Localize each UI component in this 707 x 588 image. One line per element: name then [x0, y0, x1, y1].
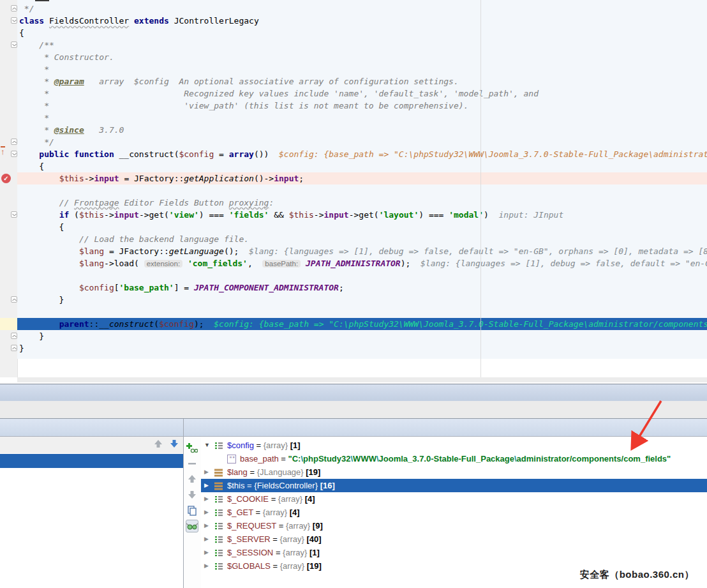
variable-count: [19]	[307, 561, 322, 571]
code-line: * 'view_path' (this list is not meant to…	[17, 100, 707, 112]
variables-tree: ▼$config = {array} [1]""base_path = "C:\…	[201, 439, 707, 588]
code-line: {	[17, 160, 707, 172]
variable-name: $lang	[227, 467, 248, 477]
code-line: $lang->load( extension: 'com_fields', ba…	[17, 257, 707, 269]
variable-row-_request[interactable]: ▶$_REQUEST = {array} [9]	[201, 519, 707, 532]
remove-watch-icon[interactable]	[186, 457, 198, 470]
fold-marker-up-icon[interactable]	[11, 333, 17, 339]
code-line	[17, 269, 707, 282]
code-line: $config['base_path'] = JPATH_COMPONENT_A…	[17, 282, 707, 294]
code-line: $lang = JFactory::getLanguage(); $lang: …	[17, 245, 707, 257]
variable-count: [4]	[305, 494, 315, 504]
code-line	[17, 306, 707, 318]
fold-marker-down-icon[interactable]	[11, 151, 17, 157]
variable-name: $_SERVER	[227, 534, 271, 544]
tree-collapsed-icon[interactable]: ▶	[204, 532, 209, 546]
debug-toolbar-band	[0, 384, 707, 401]
variable-count: [4]	[290, 508, 300, 517]
tree-collapsed-icon[interactable]: ▶	[204, 492, 209, 506]
next-frame-icon[interactable]	[169, 439, 179, 451]
code-line: */	[17, 3, 707, 15]
selected-frame-row[interactable]	[0, 454, 183, 468]
watermark-text: 安全客（bobao.360.cn）	[580, 569, 694, 581]
tree-collapsed-icon[interactable]: ▶	[204, 479, 209, 492]
variable-name: $GLOBALS	[227, 561, 271, 571]
frames-toolbar	[0, 437, 183, 453]
code-line: {	[17, 221, 707, 233]
code-line: */	[17, 136, 707, 148]
move-down-icon[interactable]	[186, 488, 198, 501]
variable-type: {array}	[286, 521, 313, 531]
code-line: /**	[17, 39, 707, 51]
execution-point-arrow-icon[interactable]: ↑	[1, 146, 5, 156]
add-watch-icon[interactable]	[186, 442, 198, 455]
variable-name: $_SESSION	[227, 548, 273, 557]
code-line: * Constructor.	[17, 51, 707, 63]
move-up-icon[interactable]	[186, 472, 198, 485]
breakpoint-icon[interactable]: ✓	[1, 174, 11, 183]
variable-row-_session[interactable]: ▶$_SESSION = {array} [1]	[201, 546, 707, 559]
tree-collapsed-icon[interactable]: ▶	[204, 465, 209, 479]
code-line: parent::__construct($config); $config: {…	[17, 318, 707, 330]
right-margin-guide	[480, 0, 481, 377]
code-editor: ✓↑ */class FieldsController extends JCon…	[0, 0, 707, 384]
clipped-text-remnant	[35, 0, 49, 1]
variable-row-lang[interactable]: ▶$lang = {JLanguage} [19]	[201, 465, 707, 479]
fold-marker-up-icon[interactable]	[11, 345, 17, 351]
fold-marker-up-icon[interactable]	[11, 5, 17, 11]
previous-frame-icon[interactable]	[153, 439, 163, 451]
code-area[interactable]: */class FieldsController extends JContro…	[17, 0, 707, 359]
array-type-icon	[214, 561, 223, 575]
svg-text:"": ""	[229, 456, 235, 462]
fold-marker-up-icon[interactable]	[11, 296, 17, 303]
code-line: *	[17, 112, 707, 124]
code-line: {	[17, 27, 707, 39]
tree-expanded-icon[interactable]: ▼	[204, 439, 210, 452]
code-line: // Load the backend language file.	[17, 233, 707, 245]
tree-collapsed-icon[interactable]: ▶	[204, 519, 209, 532]
variable-type: {array}	[280, 561, 307, 571]
variable-count: [9]	[313, 521, 323, 531]
code-line: * Recognized key values include 'name', …	[17, 87, 707, 100]
code-line: class FieldsController extends JControll…	[17, 15, 707, 27]
debug-tabs-band	[0, 401, 707, 419]
code-line: }	[17, 294, 707, 306]
variable-row-_cookie[interactable]: ▶$_COOKIE = {array} [4]	[201, 492, 707, 506]
variable-row-base_path[interactable]: ""base_path = "C:\phpStudy32\WWW\Joomla_…	[201, 452, 707, 465]
evaluate-expression-icon[interactable]	[186, 520, 198, 532]
variable-row-_get[interactable]: ▶$_GET = {array} [4]	[201, 506, 707, 519]
code-line: }	[17, 330, 707, 342]
fold-marker-down-icon[interactable]	[11, 211, 17, 218]
variable-name: $this	[227, 481, 244, 490]
code-line: $this->input = JFactory::getApplication(…	[17, 172, 707, 185]
tree-collapsed-icon[interactable]: ▶	[204, 506, 209, 519]
code-line: public function __construct($config = ar…	[17, 148, 707, 160]
fold-marker-down-icon[interactable]	[11, 17, 17, 24]
fold-marker-up-icon[interactable]	[11, 139, 17, 145]
code-line: *	[17, 63, 707, 75]
frames-panel	[0, 437, 183, 588]
code-line: }	[17, 342, 707, 354]
variable-name: base_path	[240, 454, 279, 464]
variable-value: "C:\phpStudy32\WWW\Joomla_3.7.0-Stable-F…	[288, 454, 671, 464]
variable-type: {array}	[280, 534, 307, 544]
variable-name: $_COOKIE	[227, 494, 269, 504]
horizontal-scrollbar[interactable]	[17, 377, 707, 382]
code-line	[17, 185, 707, 197]
editor-gutter[interactable]: ✓↑	[0, 0, 18, 377]
tree-collapsed-icon[interactable]: ▶	[204, 546, 209, 559]
variable-row-config[interactable]: ▼$config = {array} [1]	[201, 439, 707, 452]
code-line: * @since 3.7.0	[17, 124, 707, 136]
tree-collapsed-icon[interactable]: ▶	[204, 559, 209, 573]
variable-type: {array}	[278, 494, 305, 504]
variable-name: $_GET	[227, 508, 253, 517]
fold-marker-down-icon[interactable]	[11, 41, 17, 48]
variable-name: $_REQUEST	[227, 521, 276, 531]
variable-row-this[interactable]: ▶$this = {FieldsController} [16]	[201, 479, 707, 492]
variable-type: {JLanguage}	[257, 467, 306, 477]
variable-count: [40]	[306, 534, 321, 544]
variable-type: {array}	[283, 548, 309, 557]
variable-row-_server[interactable]: ▶$_SERVER = {array} [40]	[201, 532, 707, 546]
variable-type: {array}	[263, 508, 290, 517]
copy-value-icon[interactable]	[186, 504, 198, 517]
